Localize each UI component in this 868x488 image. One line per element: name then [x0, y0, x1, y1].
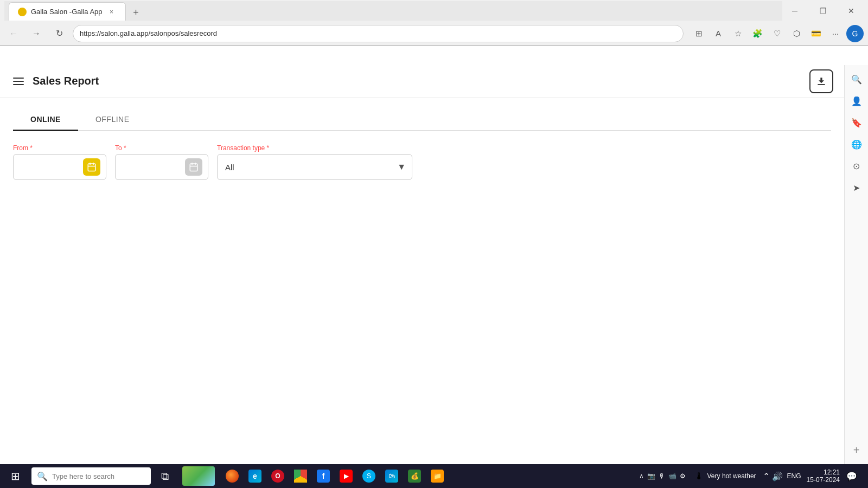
- opera-icon[interactable]: O: [267, 465, 289, 487]
- address-bar-row: ← → ↻ https://salon.galla.app/salonpos/s…: [0, 22, 868, 46]
- edge-icon[interactable]: e: [244, 465, 266, 487]
- notification-button[interactable]: 💬: [843, 464, 860, 488]
- download-icon: [816, 76, 827, 87]
- address-text: https://salon.galla.app/salonpos/salesre…: [80, 29, 217, 37]
- taskbar-time-display: 12:21: [824, 468, 840, 476]
- main-tabs: ONLINE OFFLINE: [13, 108, 831, 131]
- tab-offline[interactable]: OFFLINE: [78, 108, 147, 130]
- mic-icon[interactable]: 🎙: [659, 472, 665, 480]
- wallet-icon[interactable]: 💳: [807, 25, 825, 42]
- store-icon[interactable]: 🛍: [381, 465, 403, 487]
- youtube-icon[interactable]: ▶: [335, 465, 357, 487]
- taskbar-date-display: 15-07-2024: [807, 476, 840, 484]
- facebook-icon[interactable]: f: [312, 465, 334, 487]
- record-icon[interactable]: 📹: [668, 472, 676, 480]
- transaction-type-group: Transaction type * All Sale Refund ▼: [217, 144, 412, 180]
- system-icons: ⌃ 🔊 ENG: [761, 471, 803, 481]
- sidebar-person-icon[interactable]: 👤: [847, 91, 866, 111]
- taskbar-search-input[interactable]: [52, 472, 139, 480]
- sidebar-globe-icon[interactable]: 🌐: [847, 134, 866, 154]
- forward-button[interactable]: →: [27, 24, 46, 43]
- calendar-icon-2: [189, 162, 199, 172]
- settings-icon-tray[interactable]: ⚙: [680, 472, 686, 480]
- camera-icon[interactable]: 📷: [647, 472, 655, 480]
- to-calendar-button[interactable]: [185, 158, 202, 176]
- weather-temp-icon: 🌡: [694, 471, 704, 482]
- tab-title: Galla Salon -Galla App: [31, 8, 103, 16]
- transaction-type-select[interactable]: All Sale Refund: [217, 154, 412, 180]
- sidebar-bookmark-icon[interactable]: 🔖: [847, 113, 866, 132]
- lang-label: ENG: [787, 472, 801, 480]
- window-controls: ─ ❐ ✕: [782, 2, 864, 20]
- profile-icon[interactable]: G: [846, 25, 864, 42]
- skype-icon[interactable]: S: [358, 465, 380, 487]
- from-calendar-button[interactable]: [83, 158, 100, 176]
- system-tray-up-icon[interactable]: ∧: [639, 472, 644, 480]
- content-area: ONLINE OFFLINE From * 15/07/2024: [0, 98, 844, 191]
- to-date-input-wrapper[interactable]: 15/07/2024: [115, 154, 208, 180]
- chrome-icon[interactable]: [290, 465, 311, 487]
- star-icon[interactable]: ☆: [729, 25, 746, 42]
- calendar-icon: [87, 162, 97, 172]
- grid-icon[interactable]: ⊞: [690, 25, 707, 42]
- download-button[interactable]: [809, 69, 833, 93]
- close-window-button[interactable]: ✕: [839, 2, 864, 20]
- money-icon[interactable]: 💰: [404, 465, 425, 487]
- right-sidebar: 🔍 👤 🔖 🌐 ⊙ ➤ +: [844, 65, 868, 464]
- taskbar-search[interactable]: 🔍: [31, 467, 151, 485]
- notification-icon: 💬: [846, 471, 857, 481]
- svg-rect-4: [190, 164, 197, 171]
- more-icon[interactable]: ···: [827, 25, 844, 42]
- taskview-button[interactable]: ⧉: [154, 465, 176, 487]
- main-content: Sales Report ONLINE OFFLINE From *: [0, 65, 844, 464]
- extensions-icon[interactable]: 🧩: [749, 25, 766, 42]
- hamburger-menu[interactable]: [11, 75, 26, 87]
- weather-label: Very hot weather: [707, 472, 756, 480]
- address-bar[interactable]: https://salon.galla.app/salonpos/salesre…: [73, 25, 684, 42]
- gecko-thumbnail[interactable]: [177, 464, 220, 488]
- favorites-icon[interactable]: ♡: [768, 25, 786, 42]
- refresh-button[interactable]: ↻: [50, 24, 68, 43]
- transaction-type-label: Transaction type *: [217, 144, 412, 152]
- app-header: Sales Report: [0, 65, 844, 98]
- title-bar: Galla Salon -Galla App × + ─ ❐ ✕: [0, 0, 868, 22]
- to-date-group: To * 15/07/2024: [115, 144, 208, 180]
- taskbar-search-icon: 🔍: [37, 471, 48, 481]
- new-tab-button[interactable]: +: [128, 4, 144, 21]
- files-icon[interactable]: 📁: [426, 465, 448, 487]
- page-title: Sales Report: [33, 75, 99, 87]
- from-label: From *: [13, 144, 106, 152]
- weather-widget[interactable]: 🌡 Very hot weather: [691, 471, 760, 482]
- hamburger-line-2: [13, 81, 24, 82]
- browser-tab[interactable]: Galla Salon -Galla App ×: [9, 2, 126, 21]
- tab-online[interactable]: ONLINE: [13, 108, 78, 130]
- back-button[interactable]: ←: [4, 24, 23, 43]
- tab-bar: Galla Salon -Galla App × +: [4, 1, 782, 21]
- sidebar-send-icon[interactable]: ➤: [847, 178, 866, 197]
- show-desktop-button[interactable]: [861, 464, 866, 488]
- svg-rect-0: [88, 164, 95, 171]
- collections-icon[interactable]: ⬡: [788, 25, 805, 42]
- from-date-group: From * 15/07/2024: [13, 144, 106, 180]
- transaction-type-wrapper: All Sale Refund ▼: [217, 154, 412, 180]
- volume-icon[interactable]: 🔊: [772, 471, 783, 481]
- tab-favicon: [18, 8, 27, 16]
- font-icon[interactable]: A: [710, 25, 727, 42]
- sidebar-search-icon[interactable]: 🔍: [847, 69, 866, 89]
- taskbar: ⊞ 🔍 ⧉ e O f ▶ S 🛍 💰 📁 ∧ 📷 �: [0, 464, 868, 488]
- restore-button[interactable]: ❐: [810, 2, 835, 20]
- minimize-button[interactable]: ─: [782, 2, 807, 20]
- to-date-input[interactable]: 15/07/2024: [121, 163, 181, 172]
- from-date-input-wrapper[interactable]: 15/07/2024: [13, 154, 106, 180]
- filter-form: From * 15/07/2024: [13, 144, 831, 180]
- up-arrow-icon[interactable]: ⌃: [763, 471, 770, 481]
- sidebar-circle-icon[interactable]: ⊙: [847, 156, 866, 176]
- app-header-left: Sales Report: [11, 75, 99, 87]
- firefox-icon[interactable]: [221, 465, 243, 487]
- to-label: To *: [115, 144, 208, 152]
- start-button[interactable]: ⊞: [2, 464, 28, 488]
- tab-close-button[interactable]: ×: [107, 7, 117, 17]
- taskbar-clock[interactable]: 12:21 15-07-2024: [805, 468, 842, 484]
- sidebar-plus-icon[interactable]: +: [847, 440, 866, 460]
- from-date-input[interactable]: 15/07/2024: [19, 163, 79, 172]
